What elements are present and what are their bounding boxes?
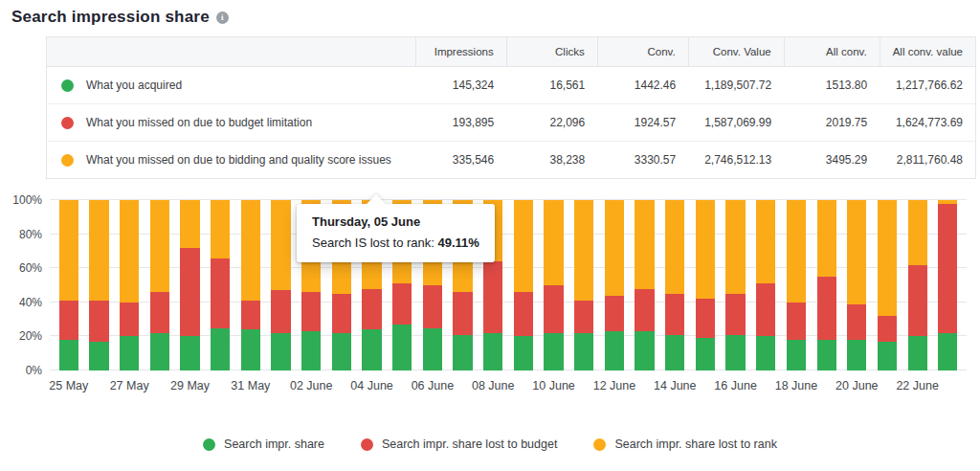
- cell-conv-value: 1,189,507.72: [688, 67, 784, 104]
- bar-segment: [908, 200, 927, 265]
- bar-12-june[interactable]: 12 June: [599, 200, 630, 370]
- bar-segment: [211, 328, 230, 371]
- bar-segment: [635, 331, 654, 370]
- bar-segment: [211, 200, 230, 258]
- row-label: What you acquired: [86, 78, 182, 92]
- bar-17-june[interactable]: [750, 200, 781, 370]
- bar-31-may[interactable]: 31 May: [235, 200, 266, 370]
- bar-10-june[interactable]: 10 June: [539, 200, 569, 370]
- y-axis-label: 0%: [26, 364, 42, 377]
- bar-segment: [574, 301, 593, 333]
- bar-27-may[interactable]: 27 May: [114, 200, 145, 370]
- green-legend-dot: [203, 438, 215, 451]
- bar-25-may[interactable]: 25 May: [54, 200, 84, 370]
- bar-segment: [423, 285, 442, 328]
- table-row: What you acquired 145,324 16,561 1442.46…: [47, 67, 976, 104]
- budget-color-dot: [61, 117, 74, 129]
- panel-header: Search impression share i: [8, 6, 972, 27]
- bar-segment: [574, 200, 593, 301]
- x-axis-label: 16 June: [714, 379, 756, 392]
- chart-legend: Search impr. share Search impr. share lo…: [8, 437, 972, 451]
- red-legend-dot: [361, 438, 373, 451]
- bar-segment: [483, 261, 502, 333]
- bar-segment: [89, 301, 108, 342]
- plot-area: 25 May27 May29 May31 May02 June04 June06…: [50, 200, 967, 370]
- cell-impressions: 335,546: [415, 142, 506, 179]
- table-row: What you missed on due to bidding and qu…: [47, 142, 976, 179]
- bar-segment: [332, 294, 351, 333]
- x-axis-label: 29 May: [170, 379, 210, 392]
- bar-segment: [665, 200, 684, 294]
- bar-segment: [847, 304, 866, 340]
- tooltip-value: 49.11%: [438, 236, 479, 250]
- x-axis-label: 12 June: [593, 379, 635, 392]
- table-header-row: Impressions Clicks Conv. Conv. Value All…: [47, 37, 976, 67]
- bar-23-june[interactable]: [932, 200, 963, 370]
- bar-segment: [362, 329, 381, 370]
- bar-segment: [938, 204, 957, 333]
- column-header-clicks: Clicks: [506, 37, 597, 67]
- bar-segment: [59, 340, 78, 370]
- x-axis-label: 14 June: [654, 379, 696, 392]
- legend-label: Search impr. share lost to rank: [614, 437, 777, 451]
- bar-28-may[interactable]: [145, 200, 175, 370]
- bar-20-june[interactable]: 20 June: [841, 200, 872, 370]
- x-axis-label: 10 June: [532, 379, 574, 392]
- legend-item-lost-to-rank[interactable]: Search impr. share lost to rank: [593, 437, 777, 451]
- bar-segment: [817, 200, 836, 277]
- bar-19-june[interactable]: [812, 200, 842, 370]
- y-axis-label: 80%: [19, 228, 42, 241]
- legend-label: Search impr. share: [224, 437, 324, 451]
- acquired-color-dot: [61, 79, 74, 92]
- bar-segment: [241, 200, 260, 301]
- legend-item-lost-to-budget[interactable]: Search impr. share lost to budget: [361, 437, 557, 451]
- column-header-conv: Conv.: [597, 37, 688, 67]
- bar-26-may[interactable]: [84, 200, 115, 370]
- bar-29-may[interactable]: 29 May: [175, 200, 206, 370]
- bar-21-june[interactable]: [872, 200, 902, 370]
- x-axis-label: 18 June: [775, 379, 817, 392]
- bar-14-june[interactable]: 14 June: [659, 200, 690, 370]
- bar-segment: [635, 289, 654, 332]
- legend-item-share[interactable]: Search impr. share: [203, 437, 324, 451]
- bar-series: 25 May27 May29 May31 May02 June04 June06…: [50, 200, 967, 370]
- table-row: What you missed on due to budget limitat…: [47, 104, 976, 142]
- bar-segment: [392, 283, 412, 325]
- bar-30-may[interactable]: [205, 200, 235, 370]
- bar-segment: [89, 200, 108, 301]
- chart-tooltip: Thursday, 05 June Search IS lost to rank…: [297, 204, 495, 262]
- cell-conv-value: 1,587,069.99: [688, 104, 784, 142]
- bar-15-june[interactable]: [690, 200, 721, 370]
- bar-01-june[interactable]: [266, 200, 297, 370]
- bar-16-june[interactable]: 16 June: [721, 200, 751, 370]
- bar-segment: [453, 292, 472, 335]
- bar-segment: [908, 265, 927, 337]
- yellow-legend-dot: [593, 438, 606, 451]
- bar-segment: [665, 294, 684, 335]
- bar-segment: [635, 200, 654, 289]
- bar-segment: [150, 333, 169, 370]
- x-axis-label: 08 June: [472, 379, 514, 392]
- bar-segment: [180, 200, 199, 248]
- info-icon[interactable]: i: [216, 11, 229, 24]
- bar-11-june[interactable]: [568, 200, 599, 370]
- x-axis-label: 04 June: [350, 379, 392, 392]
- bar-22-june[interactable]: 22 June: [902, 200, 933, 370]
- bar-09-june[interactable]: [508, 200, 539, 370]
- bar-segment: [59, 301, 78, 340]
- bar-segment: [120, 336, 139, 370]
- y-axis-label: 100%: [12, 193, 42, 207]
- bar-segment: [847, 200, 866, 304]
- bar-segment: [241, 329, 260, 370]
- bar-segment: [665, 335, 684, 370]
- y-axis-label: 40%: [19, 296, 42, 309]
- bar-18-june[interactable]: 18 June: [781, 200, 812, 370]
- bar-segment: [544, 333, 563, 370]
- bar-segment: [271, 290, 290, 333]
- bar-13-june[interactable]: [630, 200, 660, 370]
- bar-segment: [696, 299, 715, 338]
- bar-segment: [180, 336, 199, 370]
- bar-segment: [938, 333, 957, 370]
- y-axis-label: 20%: [19, 329, 42, 343]
- bar-segment: [696, 338, 715, 370]
